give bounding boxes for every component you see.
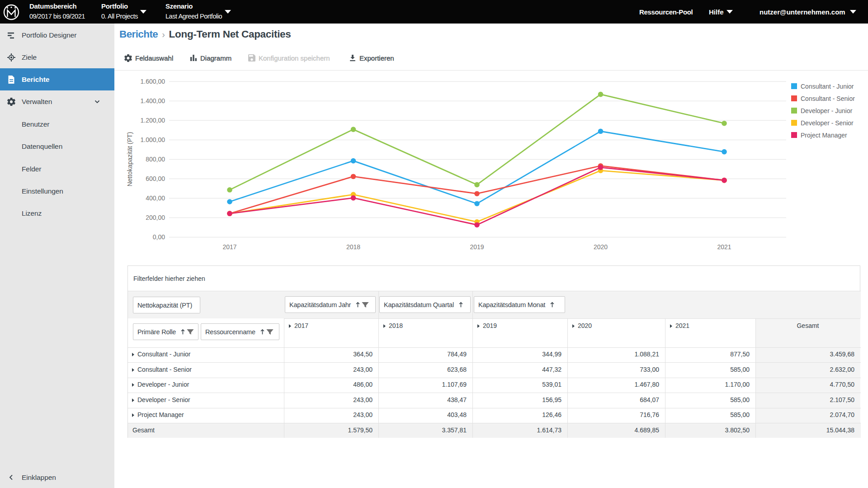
svg-text:1.200,00: 1.200,00 [141, 117, 165, 124]
svg-text:Consultant - Senior: Consultant - Senior [801, 95, 855, 102]
svg-text:1.600,00: 1.600,00 [141, 78, 165, 85]
svg-text:0,00: 0,00 [153, 233, 165, 241]
svg-text:Developer - Junior: Developer - Junior [801, 107, 853, 114]
svg-text:2019: 2019 [470, 243, 484, 251]
svg-text:Nettokapazität (PT): Nettokapazität (PT) [126, 132, 133, 187]
svg-text:Consultant - Junior: Consultant - Junior [801, 83, 854, 90]
svg-text:200,00: 200,00 [146, 214, 165, 221]
svg-text:2021: 2021 [717, 243, 731, 251]
svg-text:800,00: 800,00 [146, 156, 165, 163]
svg-text:2017: 2017 [222, 243, 236, 251]
svg-text:Project Manager: Project Manager [801, 132, 847, 139]
svg-text:2018: 2018 [346, 243, 360, 251]
svg-text:1.000,00: 1.000,00 [141, 136, 165, 143]
svg-text:1.400,00: 1.400,00 [141, 97, 165, 104]
svg-text:Developer - Senior: Developer - Senior [801, 119, 854, 127]
svg-text:2020: 2020 [594, 243, 608, 251]
svg-text:400,00: 400,00 [146, 194, 165, 202]
svg-text:600,00: 600,00 [146, 175, 165, 182]
